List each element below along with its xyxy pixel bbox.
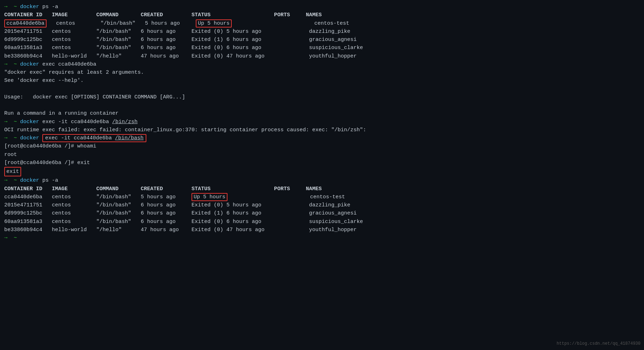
table1-row-3: 6d9999c125bc centos "/bin/bash" 6 hours … (4, 36, 640, 44)
status-up-highlight-2: Up 5 hours (192, 193, 227, 201)
tilde-3: ~ (7, 119, 20, 125)
docker-keyword-1: docker (20, 4, 39, 10)
table1-header: CONTAINER ID IMAGE COMMAND CREATED STATU… (4, 11, 640, 19)
exit-line: exit (4, 167, 640, 176)
arrow-icon: → (4, 4, 7, 10)
prompt-line-2: → ~ docker exec cca0440de6ba (4, 60, 640, 68)
table2-header: CONTAINER ID IMAGE COMMAND CREATED STATU… (4, 185, 640, 193)
status-up-highlight-1: Up 5 hours (196, 19, 232, 28)
watermark: https://blog.csdn.net/qq_41874930 (557, 340, 640, 347)
prompt-line-4: → ~ docker exec -it cca0440de6ba /bin/ba… (4, 134, 640, 142)
blank-line-1 (4, 85, 640, 93)
arrow-icon-5: → (4, 177, 7, 183)
ps-cmd-2: ps -a (39, 177, 58, 183)
exec-it-zsh-cmd: exec -it cca0440de6ba /bin/zsh (39, 119, 138, 125)
desc-line: Run a command in a running container (4, 109, 640, 117)
prompt-line-final: → ~ (4, 234, 640, 242)
table1-row-5: be33860b94c4 hello-world "/hello" 47 hou… (4, 52, 640, 60)
terminal: → ~ docker ps -a CONTAINER ID IMAGE COMM… (4, 3, 640, 242)
container-id-highlight-1: cca0440de6ba (4, 19, 47, 28)
tilde-5: ~ (7, 177, 20, 183)
tilde-final: ~ (7, 235, 20, 241)
docker-keyword-2: docker (20, 61, 39, 67)
oci-error-line: OCI runtime exec failed: exec failed: co… (4, 126, 640, 134)
prompt-line-3: → ~ docker exec -it cca0440de6ba /bin/zs… (4, 118, 640, 126)
bash-underline: /bin/bash (115, 135, 144, 141)
ps-cmd-1: ps -a (39, 4, 58, 10)
usage-line: Usage: docker exec [OPTIONS] CONTAINER C… (4, 93, 640, 101)
table1-row-1: cca0440de6ba centos "/bin/bash" 5 hours … (4, 19, 640, 28)
arrow-icon-3: → (4, 119, 7, 125)
exec-bash-highlight: exec -it cca0440de6ba /bin/bash (42, 134, 146, 142)
tilde-1: ~ (7, 4, 20, 10)
blank-line-2 (4, 101, 640, 109)
prompt-line-1: → ~ docker ps -a (4, 3, 640, 11)
prompt-line-5: → ~ docker ps -a (4, 176, 640, 185)
exec-cmd-1: exec cca0440de6ba (39, 61, 96, 67)
table2-row-4: 60aa913581a3 centos "/bin/bash" 6 hours … (4, 218, 640, 226)
table2-row-2: 2015e4711751 centos "/bin/bash" 6 hours … (4, 201, 640, 209)
exec-it-bash-cmd: exec -it cca0440de6ba /bin/bash (39, 134, 146, 142)
table2-row-3: 6d9999c125bc centos "/bin/bash" 6 hours … (4, 209, 640, 217)
docker-keyword-5: docker (20, 177, 39, 183)
error-line-1: "docker exec" requires at least 2 argume… (4, 68, 640, 77)
error-line-2: See 'docker exec --help'. (4, 77, 640, 85)
whoami-output: root (4, 151, 640, 159)
container-prompt-whoami: [root@cca0440de6ba /]# whoami (4, 142, 640, 150)
exit-highlight: exit (4, 167, 21, 176)
tilde-2: ~ (7, 61, 20, 67)
docker-keyword-4: docker (20, 135, 39, 141)
arrow-icon-2: → (4, 61, 7, 67)
table1-row-2: 2015e4711751 centos "/bin/bash" 6 hours … (4, 28, 640, 36)
table2-row-1: cca0440de6ba centos "/bin/bash" 5 hours … (4, 193, 640, 201)
table2-row-5: be33860b94c4 hello-world "/hello" 47 hou… (4, 226, 640, 234)
docker-keyword-3: docker (20, 119, 39, 125)
arrow-icon-4: → (4, 135, 7, 141)
container-prompt-exit: [root@cca0440de6ba /]# exit (4, 159, 640, 167)
arrow-icon-final: → (4, 235, 7, 241)
table1-row-4: 60aa913581a3 centos "/bin/bash" 6 hours … (4, 44, 640, 52)
tilde-4: ~ (7, 135, 20, 141)
zsh-underline: /bin/zsh (112, 119, 138, 125)
